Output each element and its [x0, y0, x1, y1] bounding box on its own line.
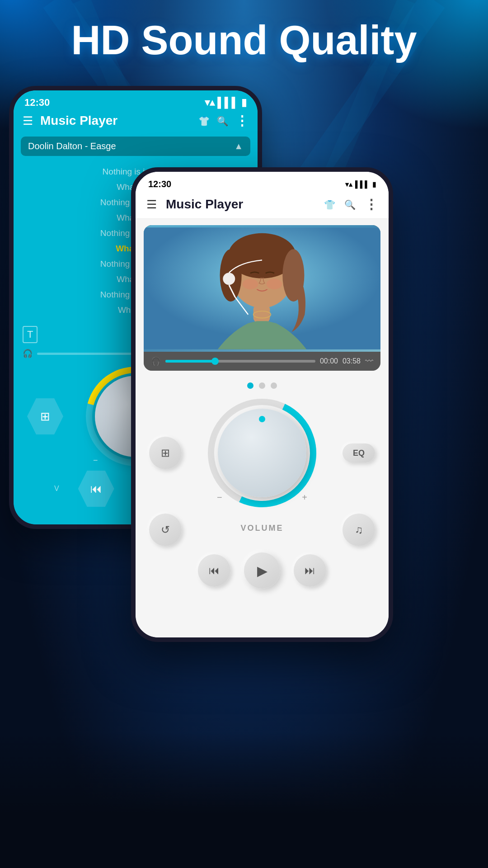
front-volume-label: VOLUME: [240, 524, 283, 533]
svg-point-10: [243, 279, 258, 289]
card-progress-bar[interactable]: [165, 360, 315, 363]
controls-bottom-row: ⏮ ▶ ⏭: [149, 552, 375, 589]
back-headphone-icon: 🎧: [23, 349, 33, 359]
front-playlist-icon: ⊞: [161, 447, 170, 459]
back-playlist-icon: ⊞: [40, 410, 50, 424]
card-time-left: 00:00: [320, 357, 338, 365]
front-eq-label: EQ: [353, 448, 365, 458]
back-prev-icon: ⏮: [90, 482, 102, 496]
dot-2: [259, 382, 265, 389]
svg-rect-12: [253, 305, 270, 323]
controls-middle-row: ↺ VOLUME ♫: [149, 514, 375, 546]
front-time: 12:30: [148, 179, 171, 189]
front-knob-minus: −: [217, 492, 222, 503]
front-phone-screen: 12:30 ▾▴ ▌▌▌ ▮ Music Player Doolin Dalto…: [136, 172, 389, 637]
back-song-bar: Doolin Dalton - Easge ▲: [21, 137, 250, 156]
front-eq-btn[interactable]: EQ: [343, 443, 375, 462]
front-battery-icon: ▮: [372, 180, 376, 189]
back-battery-icon: ▮: [241, 97, 247, 108]
back-song-arrow: ▲: [234, 141, 243, 151]
back-prev-btn[interactable]: ⏮: [78, 471, 114, 507]
svg-point-11: [267, 279, 282, 289]
svg-point-14: [223, 273, 235, 285]
front-shirt-icon[interactable]: [324, 198, 335, 211]
back-minus-icon: −: [93, 456, 98, 465]
front-search-icon[interactable]: [344, 198, 356, 211]
front-knob-plus: +: [302, 492, 307, 503]
front-knob-body: [218, 409, 306, 497]
controls-area: ⊞ − + EQ ↺: [136, 394, 389, 637]
front-next-icon: ⏭: [305, 564, 315, 577]
card-progress-thumb: [211, 358, 219, 365]
dot-1: [247, 382, 253, 389]
card-time-right: 03:58: [343, 357, 361, 365]
back-time: 12:30: [24, 97, 50, 108]
back-signal-icon: ▌▌▌: [217, 97, 239, 108]
front-knob[interactable]: − +: [208, 399, 316, 507]
card-headphone-icon: 🎧: [151, 356, 161, 366]
back-playlist-btn[interactable]: ⊞: [27, 398, 63, 434]
album-card: Doolin Dalton - Easge ♡: [144, 225, 380, 371]
front-wifi-icon: ▾▴: [345, 180, 352, 189]
crowd-silhouette: [0, 732, 488, 868]
front-knob-dot: [259, 416, 265, 422]
back-song-title: Doolin Dalton - Easge: [28, 141, 116, 151]
front-prev-btn[interactable]: ⏮: [198, 554, 230, 587]
back-more-icon[interactable]: [235, 113, 249, 128]
card-progress-fill: [165, 360, 215, 363]
front-signal-icon: ▌▌▌: [355, 180, 370, 188]
front-app-title: Music Player: [166, 197, 315, 212]
back-app-title: Music Player: [40, 113, 191, 128]
card-progress-area: 🎧 00:00 03:58 〰: [144, 352, 380, 371]
front-next-btn[interactable]: ⏭: [294, 554, 326, 587]
album-art-svg: [144, 225, 380, 352]
back-shirt-icon[interactable]: [198, 114, 210, 127]
dot-3: [271, 382, 277, 389]
back-wifi-icon: ▾▴: [205, 97, 215, 108]
front-status-icons: ▾▴ ▌▌▌ ▮: [345, 180, 376, 189]
front-header: Music Player: [136, 193, 389, 219]
back-status-bar: 12:30 ▾▴ ▌▌▌ ▮: [14, 90, 258, 108]
front-menu-icon[interactable]: [146, 198, 157, 212]
front-play-btn[interactable]: ▶: [244, 552, 280, 589]
back-text-format-icon[interactable]: T: [23, 326, 38, 343]
back-header: Music Player: [14, 108, 258, 133]
album-art: [144, 225, 380, 352]
front-repeat-btn[interactable]: ↺: [149, 514, 182, 546]
back-volume-label: V: [54, 485, 60, 493]
front-status-bar: 12:30 ▾▴ ▌▌▌ ▮: [136, 172, 389, 193]
front-repeat-icon: ↺: [161, 524, 170, 536]
card-wave-icon: 〰: [365, 357, 373, 366]
main-title: HD Sound Quality: [0, 18, 488, 63]
back-menu-icon[interactable]: [23, 114, 33, 128]
front-list-music-btn[interactable]: ♫: [343, 514, 375, 546]
front-list-music-icon: ♫: [355, 524, 363, 536]
controls-top-row: ⊞ − + EQ: [149, 399, 375, 507]
front-prev-icon: ⏮: [209, 564, 220, 577]
phone-front: 12:30 ▾▴ ▌▌▌ ▮ Music Player Doolin Dalto…: [131, 167, 393, 642]
dots-indicator: [136, 377, 389, 394]
back-status-icons: ▾▴ ▌▌▌ ▮: [205, 97, 247, 108]
back-search-icon[interactable]: [217, 114, 228, 127]
front-more-icon[interactable]: [365, 197, 378, 212]
front-playlist-btn[interactable]: ⊞: [149, 437, 182, 469]
front-play-icon: ▶: [257, 563, 267, 579]
